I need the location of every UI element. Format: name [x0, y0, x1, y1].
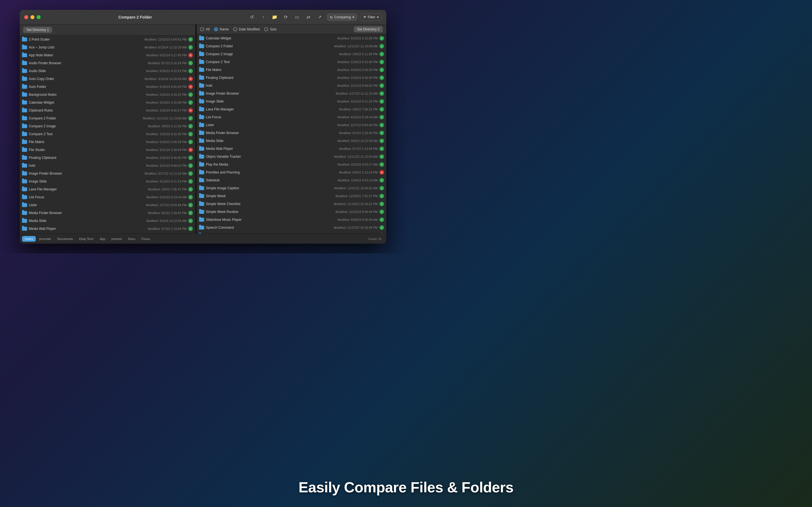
list-item[interactable]: Simple WeekModified: 12/20/21 7:01:27 PM…: [197, 192, 386, 200]
option-size[interactable]: Size: [264, 27, 276, 31]
settings-icon[interactable]: ⇄: [304, 13, 313, 21]
list-item[interactable]: File MatrixModified: 9/29/23 5:06:33 PM✓: [20, 138, 195, 146]
radio-date[interactable]: [233, 27, 237, 31]
filter-button[interactable]: ⧩ Filter ▾: [360, 13, 382, 21]
list-item[interactable]: holdModified: 3/21/23 9:58:02 PM✓: [197, 82, 386, 90]
list-item[interactable]: Static CopyModified: 12/28/22 2:18:25 PM…: [197, 231, 386, 233]
status-badge: ✕: [188, 148, 193, 152]
file-modified: Modified: 12/6/23 8:15:45 PM: [337, 60, 378, 64]
folder-icon: [22, 93, 27, 97]
list-item[interactable]: Calendar-WidgetModified: 9/23/22 3:15:08…: [197, 34, 386, 42]
list-item[interactable]: Speech CommandModified: 11/27/22 10:18:4…: [197, 224, 386, 231]
list-item[interactable]: ListerModified: 12/7/22 8:54:49 PM✓: [197, 121, 386, 129]
tab-item-present[interactable]: present: [109, 236, 124, 242]
option-date-modified[interactable]: Date Modified: [233, 27, 260, 31]
file-name: Calendar-Widget: [206, 36, 335, 40]
option-all[interactable]: All: [200, 27, 209, 31]
tab-item-documents[interactable]: Documents: [54, 236, 76, 242]
option-name[interactable]: Name: [214, 27, 229, 31]
list-item[interactable]: SidedeskModified: 1/29/22 9:53:15 AM✓: [197, 176, 386, 184]
list-item[interactable]: Compare 2 ImageModified: 3/9/23 5:11:56 …: [197, 50, 386, 58]
list-item[interactable]: Audio Finder BrowserModified: 8/7/22 5:1…: [20, 59, 195, 67]
list-item[interactable]: Media Wall PlayerModified: 5/7/22 1:14:0…: [20, 225, 195, 233]
tab-item-ebay-tech[interactable]: Ebay Tech: [77, 236, 96, 242]
list-item[interactable]: Simple Week ChecklistModified: 11/18/23 …: [197, 200, 386, 208]
tab-item-users[interactable]: Users: [22, 236, 36, 242]
list-item[interactable]: Media SlideModified: 9/3/23 10:22:59 AM✓: [20, 217, 195, 225]
list-item[interactable]: File StudioModified: 3/21/24 3:39:04 PM✕: [20, 146, 195, 154]
list-item[interactable]: Compare 2 FolderModified: 12/11/22 11:19…: [20, 114, 195, 122]
list-item[interactable]: Lava File ManagerModified: 2/8/22 7:06:3…: [20, 185, 195, 193]
list-item[interactable]: Slideshow Music PlayerModified: 8/30/23 …: [197, 216, 386, 224]
list-item[interactable]: Ace – Jump ListsModified: 6/23/24 11:32:…: [20, 43, 195, 51]
file-name: Lava File Manager: [29, 187, 146, 191]
list-item[interactable]: Simple Image CaptionModified: 12/31/21 1…: [197, 184, 386, 192]
list-item[interactable]: Image Finder BrowserModified: 2/27/22 11…: [20, 170, 195, 177]
tab-item-focus[interactable]: Focus: [139, 236, 153, 242]
tab-bar: UsersjeremiahDocumentsEbay TechApppresen…: [20, 233, 386, 244]
list-item[interactable]: App Note MakerModified: 6/22/24 5:17:45 …: [20, 51, 195, 59]
list-item[interactable]: Media SlideModified: 9/3/23 10:22:59 AM✓: [197, 137, 386, 145]
folder-icon: [199, 178, 204, 182]
list-item[interactable]: Media Finder BrowserModified: 8/1/22 2:1…: [20, 209, 195, 217]
list-item[interactable]: List FocusModified: 6/15/22 8:18:43 AM✓: [197, 113, 386, 121]
folder-icon: [22, 203, 27, 207]
left-panel: Set Directory 1 2 Point ScalerModified: …: [20, 24, 196, 233]
list-item[interactable]: File MatrixModified: 9/29/23 5:06:33 PM✓: [197, 66, 386, 74]
list-item[interactable]: Play the MediaModified: 4/23/22 9:03:17 …: [197, 161, 386, 168]
list-item[interactable]: Lava File ManagerModified: 2/8/22 7:06:3…: [197, 105, 386, 113]
file-modified: Modified: 3/20/24 9:00:27 PM: [146, 109, 187, 112]
status-badge: ✓: [379, 178, 384, 182]
list-item[interactable]: Compare 2 ImageModified: 3/9/23 5:11:56 …: [20, 122, 195, 130]
export-icon[interactable]: ↗: [315, 13, 324, 21]
list-item[interactable]: Background NotesModified: 2/24/22 4:33:2…: [20, 91, 195, 99]
folder-icon[interactable]: 📁: [270, 13, 279, 21]
set-directory-1-button[interactable]: Set Directory 1: [23, 27, 52, 33]
list-item[interactable]: Auto FolderModified: 6/29/24 9:00:55 PM✕: [20, 83, 195, 91]
list-item[interactable]: holdModified: 3/21/23 9:58:02 PM✓: [20, 162, 195, 170]
folder-icon: [22, 227, 27, 231]
list-item[interactable]: Clipboard RulesModified: 3/20/24 9:00:27…: [20, 107, 195, 114]
tab-item-docu[interactable]: Docu: [125, 236, 138, 242]
tab-item-jeremiah[interactable]: jeremiah: [36, 236, 54, 242]
status-badge: ✓: [379, 36, 384, 41]
radio-name[interactable]: [214, 27, 218, 31]
chevron-down-icon: ▾: [352, 15, 354, 19]
list-item[interactable]: Floating ClipboardModified: 2/25/23 8:36…: [197, 74, 386, 82]
refresh-icon[interactable]: ↺: [248, 13, 256, 21]
list-item[interactable]: 2 Point ScalerModified: 12/10/23 6:04:42…: [20, 36, 195, 43]
radio-all[interactable]: [200, 27, 204, 31]
list-item[interactable]: Priorities and PlanningModified: 6/8/22 …: [197, 168, 386, 176]
list-item[interactable]: Media Finder BrowserModified: 8/1/22 2:1…: [197, 129, 386, 137]
list-item[interactable]: Compare 2 TextModified: 12/6/23 8:15:45 …: [20, 130, 195, 138]
list-item[interactable]: ListerModified: 12/7/22 8:54:49 PM✓: [20, 201, 195, 209]
list-item[interactable]: List FocusModified: 6/15/22 8:18:43 AM✓: [20, 193, 195, 201]
list-item[interactable]: Object Variable TrackerModified: 12/11/2…: [197, 153, 386, 161]
file-modified: Modified: 9/29/23 5:06:33 PM: [146, 140, 187, 144]
right-file-list[interactable]: Calendar-WidgetModified: 9/23/22 3:15:08…: [197, 34, 386, 233]
file-name: Priorities and Planning: [206, 170, 337, 174]
list-item[interactable]: Image SlideModified: 4/13/23 9:11:23 PM✓: [197, 98, 386, 105]
folder-icon: [199, 170, 204, 174]
comparing-button[interactable]: ⇆ Comparing ▾: [327, 13, 357, 21]
tab-item-app[interactable]: App: [97, 236, 108, 242]
sync-icon[interactable]: ⟳: [282, 13, 290, 21]
list-item[interactable]: Floating ClipboardModified: 2/25/23 8:36…: [20, 154, 195, 162]
list-item[interactable]: Auto Copy OrderModified: 3/16/24 10:26:4…: [20, 75, 195, 83]
upload-icon[interactable]: ↑: [259, 13, 267, 21]
left-file-list[interactable]: 2 Point ScalerModified: 12/10/23 6:04:42…: [20, 36, 195, 233]
list-item[interactable]: Compare 2 TextModified: 12/6/23 8:15:45 …: [197, 58, 386, 66]
list-item[interactable]: Audio SlideModified: 8/26/23 4:22:53 PM✓: [20, 67, 195, 75]
folder-icon: [199, 52, 204, 56]
set-directory-2-button[interactable]: Set Directory 2: [354, 26, 383, 33]
list-item[interactable]: Media Wall PlayerModified: 5/7/22 1:14:0…: [197, 145, 386, 153]
list-item[interactable]: Image Finder BrowserModified: 2/27/22 11…: [197, 90, 386, 98]
list-item[interactable]: Compare 2 FolderModified: 12/11/22 11:19…: [197, 42, 386, 50]
monitor-icon[interactable]: ▭: [293, 13, 301, 21]
folder-icon: [199, 210, 204, 214]
folder-icon: [22, 85, 27, 89]
radio-size[interactable]: [264, 27, 268, 31]
list-item[interactable]: Simple Week RoutineModified: 10/10/23 6:…: [197, 208, 386, 216]
list-item[interactable]: Calendar-WidgetModified: 9/23/22 3:15:08…: [20, 99, 195, 107]
list-item[interactable]: Image SlideModified: 4/13/23 9:11:23 PM✓: [20, 177, 195, 185]
